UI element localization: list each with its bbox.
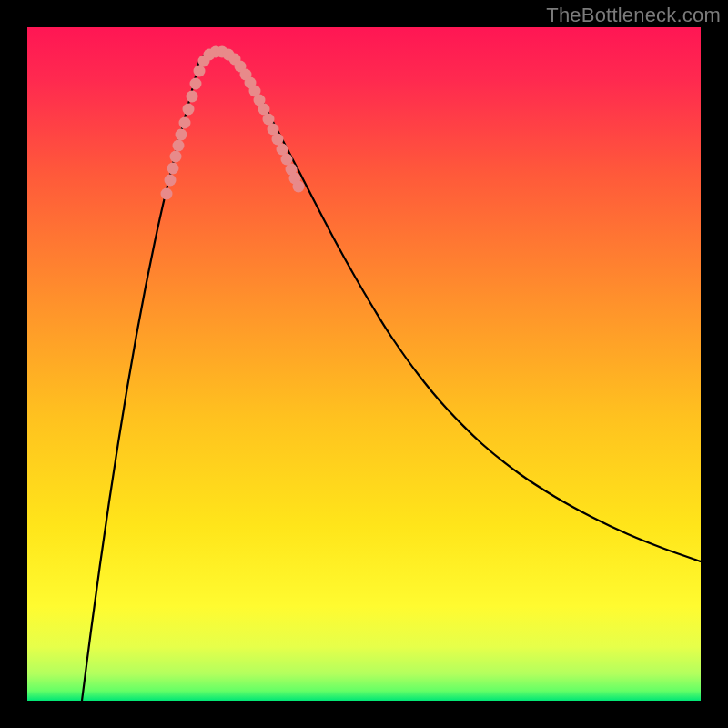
highlight-dot: [187, 91, 198, 103]
watermark-text: TheBottleneck.com: [546, 4, 721, 27]
highlight-dot: [167, 163, 179, 175]
highlight-dot: [173, 140, 185, 152]
highlight-dot: [179, 117, 191, 129]
highlight-dot: [190, 78, 202, 90]
chart-frame: TheBottleneck.com: [0, 0, 728, 728]
highlight-dot: [165, 175, 177, 187]
highlight-dot: [176, 129, 187, 141]
highlight-dot: [170, 151, 182, 163]
highlight-dot: [183, 104, 195, 116]
gradient-background: [27, 27, 701, 701]
highlight-dot: [293, 181, 305, 193]
plot-area: [27, 27, 701, 701]
highlight-dot: [161, 188, 173, 200]
chart-svg: [27, 27, 701, 701]
